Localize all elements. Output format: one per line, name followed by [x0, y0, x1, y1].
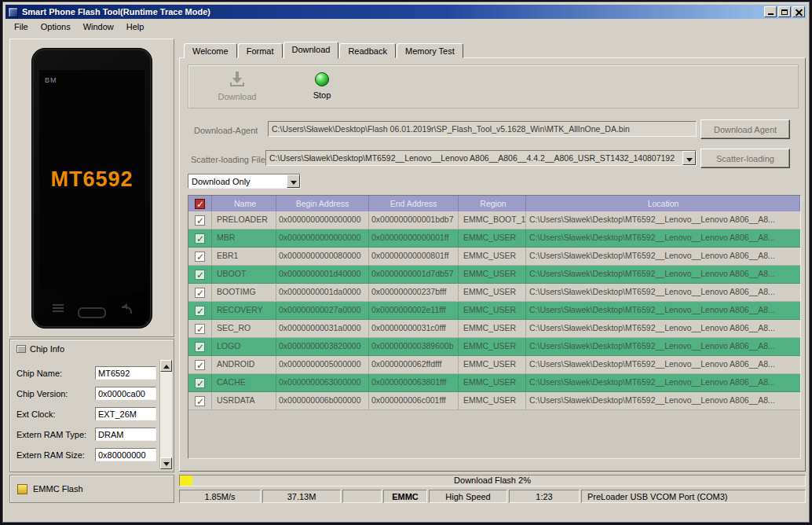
mode-dropdown-arrow-icon[interactable] — [287, 174, 300, 188]
menu-file[interactable]: File — [8, 20, 35, 33]
row-end: 0x000000000389600b — [369, 338, 459, 355]
status-spare — [342, 490, 382, 503]
menu-help[interactable]: Help — [120, 20, 151, 33]
row-name: MBR — [212, 229, 276, 247]
phone-graphic: BM MT6592 — [31, 48, 152, 329]
download-agent-input[interactable] — [268, 121, 697, 137]
row-checkbox[interactable] — [195, 306, 205, 316]
table-row[interactable]: LOGO 0x0000000003820000 0x00000000038960… — [188, 338, 800, 356]
select-all-checkbox[interactable] — [195, 199, 205, 209]
stop-icon — [313, 71, 331, 88]
row-checkbox[interactable] — [195, 396, 205, 406]
row-begin: 0x0000000000080000 — [276, 248, 369, 265]
menu-bar: File Options Window Help — [5, 19, 807, 34]
ext-clock-field[interactable] — [95, 407, 156, 420]
scatter-loading-button[interactable]: Scatter-loading — [700, 149, 790, 168]
download-mode-combobox[interactable]: Download Only — [188, 174, 301, 189]
tab-welcome[interactable]: Welcome — [184, 43, 237, 58]
row-location: C:\Users\Sławek\Desktop\MT6592__Lenovo__… — [526, 320, 800, 337]
header-end-address[interactable]: End Address — [369, 196, 459, 211]
row-begin: 0x0000000001da0000 — [276, 284, 369, 301]
table-row[interactable]: EBR1 0x0000000000080000 0x00000000000801… — [188, 248, 800, 266]
row-name: CACHE — [212, 374, 276, 391]
row-end: 0x000000000001bdb7 — [369, 211, 459, 229]
stop-button-label: Stop — [300, 90, 344, 100]
row-end: 0x000000000237bfff — [369, 284, 459, 301]
partition-table-body: PRELOADER 0x0000000000000000 0x000000000… — [188, 211, 800, 410]
chip-version-field[interactable] — [95, 387, 156, 400]
row-end: 0x00000000000801ff — [369, 248, 459, 265]
scatter-file-combobox[interactable]: C:\Users\Sławek\Desktop\MT6592__Lenovo__… — [265, 150, 697, 166]
row-name: RECOVERY — [212, 302, 276, 319]
row-region: EMMC_USER — [459, 374, 526, 391]
row-begin: 0x000000006b000000 — [276, 392, 369, 409]
minimize-icon — [768, 13, 774, 15]
partition-table-header: Name Begin Address End Address Region Lo… — [188, 196, 800, 211]
table-row[interactable]: BOOTIMG 0x0000000001da0000 0x00000000023… — [188, 284, 800, 302]
row-name: BOOTIMG — [212, 284, 276, 301]
app-icon — [8, 7, 18, 17]
chip-name-field[interactable] — [95, 366, 156, 380]
row-end: 0x000000006c001fff — [369, 392, 459, 409]
scatter-dropdown-arrow-icon[interactable] — [682, 151, 696, 165]
row-location: C:\Users\Sławek\Desktop\MT6592__Lenovo__… — [526, 266, 800, 283]
menu-options[interactable]: Options — [35, 20, 77, 33]
download-agent-button[interactable]: Download Agent — [700, 119, 790, 139]
header-name[interactable]: Name — [212, 196, 276, 211]
table-row[interactable]: CACHE 0x0000000063000000 0x0000000063801… — [188, 374, 800, 392]
row-checkbox[interactable] — [195, 251, 205, 262]
tab-download[interactable]: Download — [283, 42, 339, 59]
titlebar[interactable]: Smart Phone Flash Tool(Runtime Trace Mod… — [5, 5, 807, 19]
header-location[interactable]: Location — [526, 196, 800, 211]
row-checkbox[interactable] — [195, 324, 205, 334]
table-row[interactable]: RECOVERY 0x00000000027a0000 0x0000000002… — [188, 302, 800, 320]
row-end: 0x00000000031c0fff — [369, 320, 459, 337]
emmc-flash-label: EMMC Flash — [33, 484, 83, 494]
tab-memory-test[interactable]: Memory Test — [397, 43, 463, 58]
ram-size-field[interactable] — [95, 448, 156, 461]
row-begin: 0x0000000000000000 — [276, 229, 369, 247]
header-region[interactable]: Region — [459, 196, 526, 211]
row-checkbox[interactable] — [195, 215, 205, 226]
row-checkbox[interactable] — [195, 288, 205, 298]
row-location: C:\Users\Sławek\Desktop\MT6592__Lenovo__… — [526, 248, 800, 265]
phone-preview-panel: BM MT6592 — [9, 39, 174, 337]
header-begin-address[interactable]: Begin Address — [276, 196, 369, 211]
chip-info-scrollbar[interactable] — [159, 360, 172, 469]
row-location: C:\Users\Sławek\Desktop\MT6592__Lenovo__… — [526, 356, 800, 373]
table-row[interactable]: ANDROID 0x0000000005000000 0x0000000062f… — [188, 356, 800, 374]
row-location: C:\Users\Sławek\Desktop\MT6592__Lenovo__… — [526, 374, 800, 391]
status-usb-speed: High Speed — [429, 490, 507, 503]
scroll-up-icon[interactable] — [160, 360, 172, 372]
chip-info-header: Chip Info — [16, 344, 64, 354]
chip-icon — [16, 345, 26, 353]
table-row[interactable]: UBOOT 0x0000000001d40000 0x0000000001d7d… — [188, 266, 800, 284]
row-location: C:\Users\Sławek\Desktop\MT6592__Lenovo__… — [526, 211, 800, 229]
maximize-button[interactable] — [778, 6, 791, 17]
table-row[interactable]: USRDATA 0x000000006b000000 0x000000006c0… — [188, 392, 800, 410]
ram-type-field[interactable] — [95, 428, 156, 441]
table-row[interactable]: MBR 0x0000000000000000 0x00000000000001f… — [188, 229, 800, 248]
row-checkbox[interactable] — [195, 360, 205, 370]
scroll-down-icon[interactable] — [160, 457, 172, 469]
table-row[interactable]: PRELOADER 0x0000000000000000 0x000000000… — [188, 211, 800, 229]
tab-format[interactable]: Format — [238, 43, 283, 58]
row-checkbox[interactable] — [195, 342, 205, 352]
download-button[interactable]: Download — [206, 69, 269, 101]
chip-version-label: Chip Version: — [16, 389, 68, 398]
row-region: EMMC_USER — [459, 266, 526, 283]
table-row[interactable]: SEC_RO 0x00000000031a0000 0x00000000031c… — [188, 320, 800, 338]
row-location: C:\Users\Sławek\Desktop\MT6592__Lenovo__… — [526, 284, 800, 301]
close-button[interactable] — [792, 6, 805, 17]
row-checkbox[interactable] — [195, 233, 205, 244]
row-checkbox[interactable] — [195, 270, 205, 280]
stop-button[interactable]: Stop — [300, 71, 344, 100]
minimize-button[interactable] — [764, 6, 777, 17]
row-region: EMMC_USER — [459, 356, 526, 373]
row-checkbox[interactable] — [195, 378, 205, 388]
tab-readback[interactable]: Readback — [339, 43, 396, 58]
menu-window[interactable]: Window — [77, 20, 120, 33]
tab-bar: Welcome Format Download Readback Memory … — [184, 41, 464, 58]
row-begin: 0x0000000003820000 — [276, 338, 369, 355]
row-end: 0x0000000062ffdfff — [369, 356, 459, 373]
